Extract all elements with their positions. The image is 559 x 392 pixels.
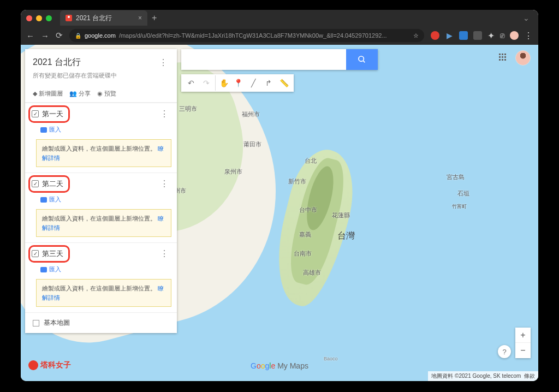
- url-host: google.com: [85, 32, 116, 39]
- city-label: 宮古島: [447, 173, 465, 181]
- map-menu-icon[interactable]: ⋮: [157, 57, 169, 68]
- zoom-control: + −: [515, 328, 531, 358]
- tab-title: 2021 台北行: [76, 14, 112, 23]
- add-layer-button[interactable]: ◆ 新增圖層: [33, 90, 63, 98]
- panel-actions-row: ◆ 新增圖層 👥 分享 ◉ 預覽: [25, 85, 177, 103]
- watermark: 塔科女子: [28, 360, 71, 370]
- apps-icon[interactable]: [499, 54, 508, 62]
- layer-toggle[interactable]: ✓ 第三天: [32, 249, 63, 259]
- extensions-row: ▶ ✦ ⎚ ⋮: [431, 31, 533, 41]
- map-attribution: 地圖資料 ©2021 Google, SK telecom 條款: [428, 371, 538, 381]
- search-bar: [181, 49, 378, 70]
- search-icon: [358, 55, 366, 64]
- layer-name: 第二天: [42, 179, 63, 189]
- layer-name: 第三天: [42, 249, 63, 259]
- import-button[interactable]: 匯入: [25, 194, 177, 207]
- layer-menu-icon[interactable]: ⋮: [158, 109, 170, 119]
- layer-item: ✓ 第一天 ⋮ 匯入 繪製或匯入資料，在這個圖層上新增位置。 瞭解詳情: [25, 103, 177, 167]
- city-label: 三明市: [179, 105, 197, 113]
- city-label: 福州市: [242, 110, 260, 118]
- checkbox-icon: ✓: [32, 110, 39, 117]
- map-title[interactable]: 2021 台北行: [33, 57, 81, 68]
- back-button[interactable]: ←: [26, 31, 34, 40]
- reload-button[interactable]: ⟳: [56, 31, 63, 40]
- cast-icon[interactable]: ⎚: [500, 31, 504, 40]
- page-content: 台灣 南平市 三明市 福州市 莆田市 泉州市 漳州市 台北 新竹市 台中市 花蓮…: [21, 45, 538, 381]
- layer-toggle[interactable]: ✓ 第二天: [32, 179, 63, 189]
- measure-tool[interactable]: 📏: [276, 75, 292, 91]
- terms-link[interactable]: 條款: [524, 373, 535, 379]
- directions-tool[interactable]: ↱: [261, 75, 276, 91]
- layer-name: 第一天: [42, 109, 63, 119]
- layer-toggle[interactable]: ✓ 第一天: [32, 109, 63, 119]
- checkbox-icon: ✓: [32, 250, 39, 257]
- city-label: 嘉義: [299, 230, 311, 239]
- layer-tip: 繪製或匯入資料，在這個圖層上新增位置。 瞭解詳情: [36, 209, 171, 237]
- basemap-icon: [33, 320, 39, 326]
- close-tab-icon[interactable]: ×: [138, 14, 142, 22]
- extension-icon[interactable]: ▶: [445, 31, 454, 40]
- import-icon: [40, 267, 47, 272]
- city-label: 台北: [305, 157, 317, 165]
- layer-item: ✓ 第二天 ⋮ 匯入 繪製或匯入資料，在這個圖層上新增位置。 瞭解詳情: [25, 173, 177, 237]
- layer-menu-icon[interactable]: ⋮: [158, 179, 170, 189]
- city-label: 花蓮縣: [332, 211, 350, 219]
- maximize-window-button[interactable]: [46, 15, 52, 21]
- layer-tip: 繪製或匯入資料，在這個圖層上新增位置。 瞭解詳情: [36, 139, 171, 167]
- svg-line-1: [363, 61, 365, 62]
- lock-icon: 🔒: [75, 33, 81, 39]
- import-button[interactable]: 匯入: [25, 264, 177, 277]
- new-tab-button[interactable]: +: [152, 13, 157, 23]
- extension-icon[interactable]: [459, 31, 468, 40]
- bookmark-icon[interactable]: ☆: [413, 32, 419, 39]
- basemap-label: 基本地圖: [44, 318, 70, 328]
- search-button[interactable]: [346, 49, 378, 70]
- layer-menu-icon[interactable]: ⋮: [158, 248, 170, 259]
- extensions-menu-icon[interactable]: ✦: [487, 31, 495, 41]
- preview-button[interactable]: ◉ 預覽: [97, 90, 116, 98]
- help-button[interactable]: ?: [498, 345, 511, 358]
- extension-icon[interactable]: [473, 31, 482, 40]
- redo-button[interactable]: ↷: [199, 75, 214, 91]
- search-input[interactable]: [181, 49, 346, 70]
- share-button[interactable]: 👥 分享: [69, 90, 91, 98]
- url-input[interactable]: 🔒 google.com /maps/d/u/0/edit?hl=zh-TW&m…: [69, 29, 424, 42]
- city-label: 高雄市: [303, 269, 321, 277]
- window-titlebar: 2021 台北行 × + ⌄: [21, 10, 538, 26]
- checkbox-icon: ✓: [32, 180, 39, 187]
- url-path: /maps/d/u/0/edit?hl=zh-TW&mid=1JaXri18hT…: [119, 32, 387, 39]
- pan-tool[interactable]: ✋: [215, 75, 230, 91]
- top-right-controls: [499, 50, 531, 66]
- line-tool[interactable]: ╱: [246, 75, 261, 91]
- city-label: 台南市: [294, 250, 312, 258]
- minimize-window-button[interactable]: [36, 15, 42, 21]
- forward-button[interactable]: →: [41, 31, 49, 40]
- pin-icon: [66, 15, 72, 21]
- google-mymaps-logo: Google My Maps: [251, 361, 308, 370]
- region-label: 台灣: [337, 230, 355, 242]
- city-label: 台中市: [299, 206, 317, 214]
- import-icon: [40, 127, 47, 133]
- window-menu-icon[interactable]: ⌄: [523, 14, 533, 22]
- marker-tool[interactable]: 📍: [230, 75, 246, 91]
- svg-point-0: [359, 56, 364, 61]
- browser-tab[interactable]: 2021 台北行 ×: [60, 10, 147, 26]
- landmass-taiwan: [265, 143, 364, 312]
- city-label: 莆田市: [243, 140, 261, 149]
- extension-icon[interactable]: [431, 31, 439, 40]
- zoom-in-button[interactable]: +: [515, 328, 531, 343]
- layer-tip: 繪製或匯入資料，在這個圖層上新增位置。 瞭解詳情: [36, 279, 171, 307]
- city-label: 竹富町: [452, 203, 467, 210]
- basemap-row[interactable]: 基本地圖: [25, 312, 177, 333]
- import-button[interactable]: 匯入: [25, 124, 177, 137]
- city-label: 泉州市: [224, 168, 242, 176]
- close-window-button[interactable]: [26, 15, 32, 21]
- account-avatar[interactable]: [515, 50, 531, 66]
- watermark-icon: [28, 360, 38, 370]
- address-bar-row: ← → ⟳ 🔒 google.com /maps/d/u/0/edit?hl=z…: [21, 26, 538, 45]
- profile-avatar-icon[interactable]: [510, 31, 519, 40]
- zoom-out-button[interactable]: −: [515, 343, 531, 358]
- undo-button[interactable]: ↶: [183, 75, 199, 91]
- browser-window: 2021 台北行 × + ⌄ ← → ⟳ 🔒 google.com /maps/…: [21, 10, 538, 381]
- browser-menu-icon[interactable]: ⋮: [524, 31, 533, 41]
